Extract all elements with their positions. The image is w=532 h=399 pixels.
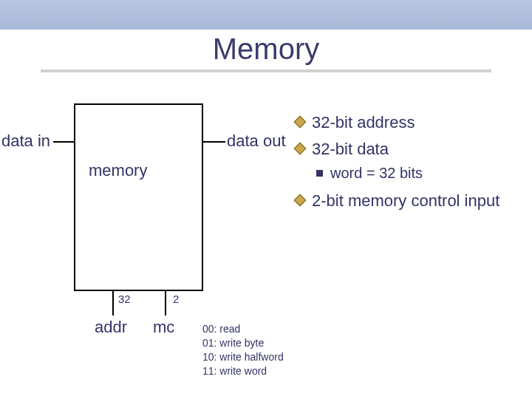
- bullet-address: 32-bit address: [296, 112, 525, 133]
- slide-title: Memory: [0, 33, 532, 66]
- subbullet-word: word = 32 bits: [316, 165, 525, 182]
- mc-width-value: 2: [173, 293, 179, 305]
- data-out-label: data out: [227, 132, 286, 151]
- bullet-data: 32-bit data: [296, 139, 525, 160]
- bullet-control: 2-bit memory control input: [296, 191, 525, 211]
- addr-input-line: [112, 291, 114, 316]
- memory-box-label: memory: [89, 161, 147, 180]
- code-row: 00: read: [202, 322, 284, 336]
- bullet-text: 2-bit memory control input: [312, 191, 499, 211]
- data-in-line: [53, 141, 75, 143]
- square-bullet-icon: [316, 170, 323, 177]
- mc-input-line: [165, 291, 166, 316]
- bullet-list: 32-bit address 32-bit data word = 32 bit…: [296, 112, 525, 217]
- addr-label: addr: [95, 318, 127, 337]
- mc-label: mc: [153, 318, 174, 337]
- diamond-bullet-icon: [294, 116, 307, 129]
- data-out-line: [203, 141, 225, 143]
- addr-width-value: 32: [118, 293, 131, 305]
- mc-code-list: 00: read 01: write byte 10: write halfwo…: [202, 322, 284, 378]
- title-underline: [41, 69, 491, 72]
- header-bar: [0, 0, 532, 30]
- bullet-text: 32-bit data: [312, 139, 389, 160]
- code-row: 10: write halfword: [202, 350, 284, 364]
- subbullet-text: word = 32 bits: [330, 165, 423, 182]
- code-row: 11: write word: [202, 364, 284, 378]
- code-row: 01: write byte: [202, 336, 284, 350]
- diamond-bullet-icon: [294, 194, 307, 207]
- diamond-bullet-icon: [294, 142, 307, 154]
- data-in-label: data in: [1, 132, 50, 151]
- bullet-text: 32-bit address: [312, 112, 415, 133]
- memory-box: [74, 103, 203, 291]
